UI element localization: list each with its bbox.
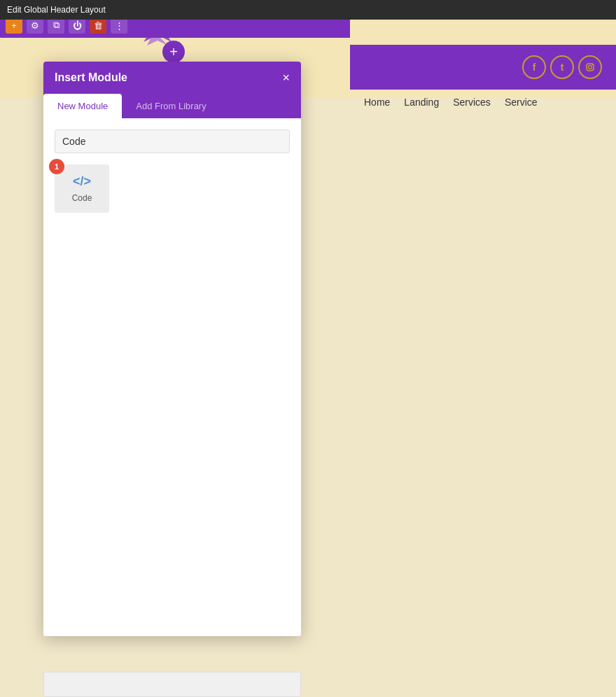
modules-grid: 1 </> Code <box>55 164 290 213</box>
code-module-icon: </> <box>73 174 91 189</box>
add-module-circle-btn[interactable]: + <box>162 41 185 63</box>
nav-links-bar: Home Landing Services Service <box>350 90 616 115</box>
svg-point-3 <box>589 66 592 69</box>
nav-link-landing[interactable]: Landing <box>404 97 439 108</box>
social-nav-bar: f t <box>350 45 616 90</box>
dialog-title: Insert Module <box>55 71 127 84</box>
dialog-close-btn[interactable]: × <box>282 71 290 84</box>
admin-bar: Edit Global Header Layout <box>0 0 616 20</box>
nav-link-home[interactable]: Home <box>364 97 390 108</box>
instagram-icon[interactable] <box>578 55 602 79</box>
dialog-body: 1 </> Code <box>43 118 301 636</box>
tab-add-from-library[interactable]: Add From Library <box>122 94 220 118</box>
facebook-icon[interactable]: f <box>522 55 546 79</box>
nav-link-service[interactable]: Service <box>505 97 538 108</box>
module-item-code[interactable]: </> Code <box>55 164 109 213</box>
nav-link-services[interactable]: Services <box>453 97 491 108</box>
dialog-header: Insert Module × <box>43 62 301 94</box>
admin-bar-title: Edit Global Header Layout <box>7 5 106 15</box>
dialog-tabs: New Module Add From Library <box>43 94 301 118</box>
insert-module-dialog: Insert Module × New Module Add From Libr… <box>43 62 301 636</box>
svg-point-4 <box>592 64 593 66</box>
tab-new-module[interactable]: New Module <box>43 94 122 118</box>
add-icon: + <box>169 44 178 60</box>
bottom-strip <box>43 672 301 697</box>
module-search-input[interactable] <box>55 129 290 153</box>
result-count-badge: 1 <box>49 159 64 174</box>
code-module-label: Code <box>72 193 92 203</box>
twitter-icon[interactable]: t <box>550 55 574 79</box>
